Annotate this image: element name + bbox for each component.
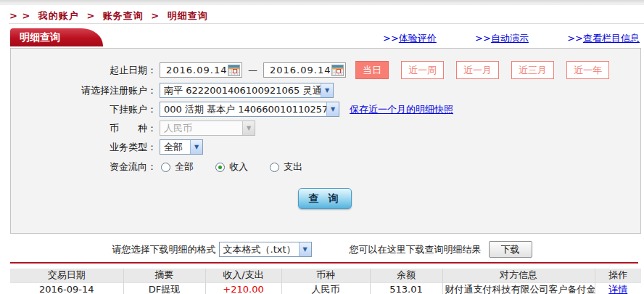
cell-action: 详情 xyxy=(595,282,641,294)
business-type-select[interactable]: 全部 ▼ xyxy=(160,139,203,155)
col-counterparty: 对方信息 xyxy=(442,269,595,282)
radio-all[interactable]: 全部 xyxy=(161,160,194,173)
date-range-label: 起止日期： xyxy=(11,64,157,77)
link-prefix: >> xyxy=(383,33,399,44)
business-type-row: 业务类型： 全部 ▼ xyxy=(11,139,640,155)
cell-summary: DF提现 xyxy=(123,282,205,294)
date-range-separator: — xyxy=(248,65,257,75)
register-account-select[interactable]: 南平 6222001406100921065 灵通卡 ▼ xyxy=(160,83,334,98)
col-income-expense: 收入/支出 xyxy=(205,269,281,282)
quick-button-last-week[interactable]: 近一周 xyxy=(401,61,444,79)
end-date-input[interactable]: 2016.09.14 xyxy=(263,62,346,78)
register-account-label: 请选择注册账户： xyxy=(11,84,157,97)
fund-flow-row: 资金流向： 全部 收入 支出 xyxy=(11,160,640,173)
save-snapshot-link[interactable]: 保存近一个月的明细快照 xyxy=(350,103,453,116)
detail-link[interactable]: 详情 xyxy=(608,284,627,294)
cell-counterparty: 财付通支付科技有限公司客户备付金 xyxy=(442,282,595,294)
chevron-down-icon: ▼ xyxy=(190,140,202,154)
section-divider-red xyxy=(10,262,638,264)
breadcrumb-separator: > xyxy=(151,10,160,21)
radio-icon[interactable] xyxy=(270,163,279,172)
chevron-down-icon: ▼ xyxy=(326,102,339,116)
calendar-icon[interactable] xyxy=(228,65,240,76)
fund-flow-label: 资金流向： xyxy=(11,160,157,173)
chevron-down-icon: ▼ xyxy=(242,121,255,135)
tab-detail-query: 明细查询 xyxy=(10,28,103,46)
breadcrumb-separator: > xyxy=(86,10,95,21)
divider xyxy=(9,23,644,24)
chevron-down-icon: ▼ xyxy=(299,242,311,256)
cell-amount: +210.00 xyxy=(205,282,281,294)
radio-expense[interactable]: 支出 xyxy=(270,160,302,173)
start-date-input[interactable]: 2016.09.14 xyxy=(160,62,242,78)
results-table: 交易日期 摘要 收入/支出 币种 余额 对方信息 操作 2016-09-14 D… xyxy=(10,269,641,294)
breadcrumb-item-account-query[interactable]: 账务查询 xyxy=(103,10,144,21)
business-type-label: 业务类型： xyxy=(11,141,157,154)
currency-row: 币 种： 人民币 ▼ xyxy=(11,121,640,136)
breadcrumb-item-detail-query: 明细查询 xyxy=(168,10,208,21)
calendar-icon[interactable] xyxy=(331,65,344,76)
chevron-down-icon: ▼ xyxy=(321,83,333,97)
date-range-row: 起止日期： 2016.09.14 — 2016.09.14 当日 近一周 近一月… xyxy=(11,61,640,79)
col-currency: 币种 xyxy=(281,269,370,282)
breadcrumb-item-my-account[interactable]: 我的账户 xyxy=(38,10,79,21)
download-row: 请您选择下载明细的格式 文本格式（.txt） ▼ 您可以在这里下载查询明细结果 … xyxy=(0,241,644,258)
link-auto-demo[interactable]: >>自动演示 xyxy=(475,32,529,45)
radio-checked-icon[interactable] xyxy=(215,163,225,172)
register-account-row: 请选择注册账户： 南平 6222001406100921065 灵通卡 ▼ xyxy=(11,83,640,98)
top-gradient-strip xyxy=(0,0,644,5)
link-prefix: >> xyxy=(567,33,583,44)
download-hint: 您可以在这里下载查询明细结果 xyxy=(350,243,482,256)
quick-button-today[interactable]: 当日 xyxy=(355,61,389,79)
query-form-panel: 起止日期： 2016.09.14 — 2016.09.14 当日 近一周 近一月… xyxy=(10,48,641,234)
col-trade-date: 交易日期 xyxy=(10,269,123,282)
quick-button-last-3-months[interactable]: 近三月 xyxy=(511,61,554,79)
detail-query-page: > > 我的账户 > 账务查询 > 明细查询 明细查询 >>体验评价 >>自动演… xyxy=(0,0,644,294)
cell-trade-date: 2016-09-14 xyxy=(10,282,123,294)
col-balance: 余额 xyxy=(370,269,442,282)
col-action: 操作 xyxy=(595,269,641,282)
table-header-row: 交易日期 摘要 收入/支出 币种 余额 对方信息 操作 xyxy=(10,269,641,282)
header-links: >>体验评价 >>自动演示 >>查看栏目信息 xyxy=(383,32,640,45)
query-button[interactable]: 查 询 xyxy=(298,188,352,209)
link-view-column-info[interactable]: >>查看栏目信息 xyxy=(567,32,640,45)
table-row: 2016-09-14 DF提现 +210.00 人民币 513.01 财付通支付… xyxy=(10,282,641,294)
link-experience-review[interactable]: >>体验评价 xyxy=(383,32,437,45)
col-summary: 摘要 xyxy=(123,269,205,282)
quick-button-last-month[interactable]: 近一月 xyxy=(456,61,499,79)
download-button[interactable]: 下载 xyxy=(489,241,532,258)
radio-income[interactable]: 收入 xyxy=(215,160,248,173)
download-format-select[interactable]: 文本格式（.txt） ▼ xyxy=(219,242,312,257)
currency-select: 人民币 ▼ xyxy=(160,121,255,136)
sub-account-label: 下挂账户： xyxy=(11,103,157,116)
quick-button-last-year[interactable]: 近一年 xyxy=(566,61,609,79)
breadcrumb-prefix: > > xyxy=(9,10,30,21)
cell-currency: 人民币 xyxy=(281,282,370,294)
breadcrumb: > > 我的账户 > 账务查询 > 明细查询 xyxy=(9,9,212,23)
download-format-label: 请您选择下载明细的格式 xyxy=(112,243,216,256)
sub-account-row: 下挂账户： 000 活期 基本户 1406600101102571848 ▼ 保… xyxy=(11,102,640,117)
radio-icon[interactable] xyxy=(161,163,170,172)
sub-account-select[interactable]: 000 活期 基本户 1406600101102571848 ▼ xyxy=(160,102,339,117)
cell-balance: 513.01 xyxy=(370,282,442,294)
currency-label: 币 种： xyxy=(11,122,157,135)
link-prefix: >> xyxy=(475,33,491,44)
